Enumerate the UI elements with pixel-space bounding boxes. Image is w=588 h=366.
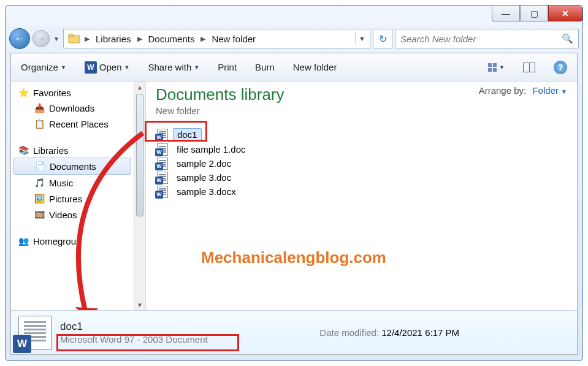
window-controls: — ▢ ✕ bbox=[492, 6, 582, 21]
view-menu[interactable]: ▼ bbox=[484, 61, 508, 74]
preview-pane-button[interactable] bbox=[519, 60, 539, 75]
content-frame: Organize ▼ W Open ▼ Share with ▼ Print B… bbox=[10, 53, 578, 355]
breadcrumb-libraries[interactable]: Libraries bbox=[91, 34, 136, 44]
file-name: file sample 1.doc bbox=[173, 143, 250, 155]
nav-music[interactable]: 🎵 Music bbox=[11, 175, 134, 191]
share-label: Share with bbox=[148, 62, 191, 72]
favorites-group[interactable]: ⭐ Favorites bbox=[11, 85, 134, 100]
word-doc-icon: W bbox=[156, 144, 169, 155]
newfolder-label: New folder bbox=[293, 62, 337, 72]
arrange-label: Arrange by: bbox=[479, 85, 527, 96]
newfolder-button[interactable]: New folder bbox=[289, 59, 341, 75]
favorites-label: Favorites bbox=[33, 88, 71, 98]
arrow-right-icon: → bbox=[37, 34, 45, 44]
libraries-icon: 📚 bbox=[17, 145, 29, 156]
breadcrumb-dropdown[interactable]: ▼ bbox=[355, 33, 368, 44]
details-file-type: Microsoft Word 97 - 2003 Document bbox=[60, 334, 208, 345]
recent-label: Recent Places bbox=[49, 119, 109, 129]
nav-documents[interactable]: 📄 Documents bbox=[13, 158, 131, 175]
main-pane: Documents library New folder Arrange by:… bbox=[146, 82, 577, 310]
scroll-up-icon[interactable]: ▲ bbox=[134, 82, 145, 93]
address-row: ← → ▼ ▶ Libraries ▶ Documents ▶ New fold… bbox=[6, 27, 582, 53]
open-menu[interactable]: W Open ▼ bbox=[81, 59, 134, 76]
print-label: Print bbox=[218, 62, 237, 72]
nav-videos[interactable]: 🎞️ Videos bbox=[11, 207, 134, 223]
chevron-down-icon: ▼ bbox=[61, 64, 66, 71]
details-file-name: doc1 bbox=[60, 321, 208, 333]
maximize-button[interactable]: ▢ bbox=[520, 6, 548, 21]
refresh-icon: ↻ bbox=[379, 33, 387, 45]
word-doc-icon: W bbox=[156, 129, 169, 140]
nav-downloads[interactable]: 📥 Downloads bbox=[11, 100, 134, 116]
close-button[interactable]: ✕ bbox=[548, 6, 582, 21]
word-doc-icon: W bbox=[156, 158, 169, 169]
nav-recent-places[interactable]: 📋 Recent Places bbox=[11, 116, 134, 132]
library-title: Documents library bbox=[156, 85, 284, 104]
organize-menu[interactable]: Organize ▼ bbox=[17, 59, 70, 75]
file-item[interactable]: Wsample 3.doc bbox=[156, 170, 567, 185]
view-icon bbox=[488, 63, 497, 72]
organize-label: Organize bbox=[21, 62, 58, 72]
file-item[interactable]: Wfile sample 1.doc bbox=[156, 142, 567, 156]
music-icon: 🎵 bbox=[33, 177, 45, 188]
library-header: Documents library New folder Arrange by:… bbox=[156, 85, 567, 116]
chevron-down-icon: ▼ bbox=[499, 64, 505, 71]
file-name: sample 2.doc bbox=[173, 158, 235, 169]
file-type-icon: W bbox=[18, 316, 52, 350]
share-menu[interactable]: Share with ▼ bbox=[144, 59, 203, 75]
word-icon: W bbox=[13, 335, 31, 353]
forward-button[interactable]: → bbox=[32, 30, 50, 47]
music-label: Music bbox=[49, 178, 73, 188]
breadcrumb-newfolder[interactable]: New folder bbox=[207, 34, 261, 44]
downloads-icon: 📥 bbox=[33, 102, 45, 113]
breadcrumb[interactable]: ▶ Libraries ▶ Documents ▶ New folder ▼ bbox=[63, 29, 370, 48]
title-bar: — ▢ ✕ bbox=[6, 6, 582, 27]
videos-label: Videos bbox=[49, 210, 77, 220]
body-split: ⭐ Favorites 📥 Downloads 📋 Recent Places … bbox=[11, 82, 577, 310]
nav-scrollbar[interactable]: ▲ ▼ bbox=[134, 82, 146, 310]
refresh-button[interactable]: ↻ bbox=[373, 29, 392, 48]
pictures-label: Pictures bbox=[49, 194, 82, 204]
burn-label: Burn bbox=[255, 62, 275, 72]
homegroup-icon: 👥 bbox=[17, 235, 29, 246]
preview-pane-icon bbox=[523, 63, 535, 72]
chevron-right-icon: ▶ bbox=[199, 35, 207, 43]
file-item[interactable]: Wsample 3.docx bbox=[156, 185, 567, 199]
downloads-label: Downloads bbox=[49, 103, 94, 113]
arrange-by-dropdown[interactable]: Folder ▼ bbox=[532, 85, 567, 96]
nav-pictures[interactable]: 🖼️ Pictures bbox=[11, 191, 134, 207]
back-button[interactable]: ← bbox=[9, 28, 30, 49]
open-label: Open bbox=[99, 62, 122, 72]
file-name: doc1 bbox=[173, 128, 202, 141]
burn-button[interactable]: Burn bbox=[251, 59, 278, 75]
chevron-down-icon: ▼ bbox=[194, 64, 199, 71]
details-date: Date modified: 12/4/2021 6:17 PM bbox=[319, 327, 459, 338]
folder-icon bbox=[67, 32, 81, 45]
print-button[interactable]: Print bbox=[214, 59, 240, 75]
search-input[interactable] bbox=[400, 34, 562, 44]
word-doc-icon: W bbox=[156, 186, 169, 197]
search-box[interactable]: 🔍 bbox=[395, 29, 579, 48]
date-modified-label: Date modified: bbox=[319, 327, 379, 338]
chevron-right-icon: ▶ bbox=[136, 35, 143, 43]
file-item[interactable]: Wdoc1 bbox=[156, 127, 567, 142]
pictures-icon: 🖼️ bbox=[33, 193, 45, 204]
file-item[interactable]: Wsample 2.doc bbox=[156, 156, 567, 170]
chevron-right-icon: ▶ bbox=[83, 35, 91, 43]
help-button[interactable]: ? bbox=[550, 58, 571, 77]
search-icon: 🔍 bbox=[562, 33, 573, 44]
scroll-thumb[interactable] bbox=[136, 94, 143, 216]
libraries-group[interactable]: 📚 Libraries bbox=[11, 143, 134, 158]
minimize-button[interactable]: — bbox=[492, 6, 520, 21]
file-name: sample 3.docx bbox=[173, 186, 240, 197]
homegroup-group[interactable]: 👥 Homegroup bbox=[11, 234, 134, 248]
explorer-window: — ▢ ✕ ← → ▼ ▶ Libraries ▶ Documents ▶ Ne… bbox=[5, 5, 583, 361]
scroll-down-icon[interactable]: ▼ bbox=[134, 299, 145, 310]
breadcrumb-documents[interactable]: Documents bbox=[143, 34, 200, 44]
chevron-down-icon: ▼ bbox=[124, 64, 130, 71]
chevron-down-icon: ▼ bbox=[561, 88, 567, 95]
navigation-pane: ⭐ Favorites 📥 Downloads 📋 Recent Places … bbox=[11, 82, 134, 310]
nav-history-dropdown[interactable]: ▼ bbox=[52, 32, 61, 45]
homegroup-label: Homegroup bbox=[33, 236, 81, 246]
documents-label: Documents bbox=[50, 161, 96, 172]
